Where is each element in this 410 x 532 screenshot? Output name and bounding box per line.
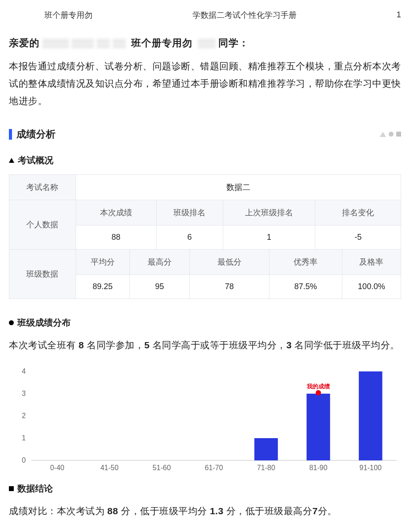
bar-chart-svg: 012340-4041-5051-6061-7071-8081-9091-100… — [9, 367, 401, 474]
svg-text:61-70: 61-70 — [205, 464, 223, 472]
circle-icon — [389, 132, 394, 137]
dot-bullet-icon — [9, 320, 14, 325]
dist-bold: 5 — [144, 340, 149, 350]
svg-text:51-60: 51-60 — [153, 464, 171, 472]
square-bullet-icon — [9, 486, 14, 491]
redacted-block — [96, 38, 110, 48]
redacted-block — [198, 38, 216, 48]
personal-label: 个人数据 — [9, 200, 76, 249]
conc-bold: 88 — [107, 506, 118, 516]
greeting-line: 亲爱的 班个册专用勿 同学： — [0, 28, 410, 58]
svg-text:我的成绩: 我的成绩 — [306, 383, 330, 390]
personal-value: 6 — [156, 225, 223, 249]
section-header-row: 成绩分析 — [0, 128, 410, 154]
svg-text:4: 4 — [22, 367, 26, 375]
personal-header: 本次成绩 — [76, 200, 156, 225]
distribution-title-text: 班级成绩分布 — [17, 317, 71, 329]
class-value: 89.25 — [76, 274, 129, 298]
greeting-suffix: 同学： — [218, 36, 249, 50]
svg-text:81-90: 81-90 — [309, 464, 327, 472]
conc-bold: 7 — [312, 506, 318, 516]
dist-text: 本次考试全班有 — [9, 340, 79, 350]
conc-bold: 1.3 — [210, 506, 224, 516]
class-value: 87.5% — [269, 274, 342, 298]
header-left: 班个册专用勿 — [9, 10, 92, 20]
greeting-prefix: 亲爱的 — [9, 36, 40, 50]
overview-title-text: 考试概况 — [18, 154, 53, 166]
svg-text:0: 0 — [22, 456, 26, 464]
svg-text:71-80: 71-80 — [257, 464, 275, 472]
svg-text:1: 1 — [22, 434, 26, 442]
class-value: 95 — [129, 274, 189, 298]
distribution-chart: 012340-4041-5051-6061-7071-8081-9091-100… — [0, 363, 410, 483]
redacted-block — [42, 38, 69, 48]
conc-text: 分，低于班级最高分 — [224, 506, 313, 516]
greeting-mid: 班个册专用勿 — [131, 36, 193, 50]
redacted-block — [113, 38, 126, 48]
personal-header: 班级排名 — [156, 200, 223, 225]
conclusion-paragraph: 成绩对比：本次考试为 88 分，低于班级平均分 1.3 分，低于班级最高分7分。 — [0, 503, 410, 529]
dist-text: 名同学参加， — [84, 340, 144, 350]
section-title: 成绩分析 — [9, 128, 56, 141]
overview-title: 考试概况 — [0, 154, 410, 174]
exam-name-label: 考试名称 — [9, 174, 76, 200]
distribution-title: 班级成绩分布 — [0, 317, 410, 337]
svg-text:2: 2 — [22, 412, 26, 419]
triangle-icon — [380, 132, 386, 137]
overview-table: 考试名称 数据二 个人数据 本次成绩 班级排名 上次班级排名 排名变化 88 6… — [9, 174, 401, 299]
conclusion-title-text: 数据结论 — [17, 483, 53, 495]
section-title-text: 成绩分析 — [16, 128, 56, 141]
page-number: 1 — [396, 10, 401, 20]
triangle-bullet-icon — [9, 158, 14, 163]
personal-value: -5 — [315, 225, 401, 249]
table-row: 班级数据 平均分 最高分 最低分 优秀率 及格率 — [9, 249, 401, 274]
svg-text:3: 3 — [22, 390, 26, 397]
dist-text: 名同学低于班级平均分。 — [292, 340, 400, 350]
conc-text: 分。 — [318, 506, 337, 516]
svg-text:41-50: 41-50 — [100, 464, 119, 472]
square-icon — [396, 132, 401, 137]
conclusion-title: 数据结论 — [0, 483, 410, 503]
personal-header: 排名变化 — [315, 200, 401, 225]
class-value: 78 — [189, 274, 269, 298]
redacted-block — [72, 38, 94, 48]
svg-text:91-100: 91-100 — [359, 464, 382, 472]
table-row: 考试名称 数据二 — [9, 174, 401, 200]
class-value: 100.0% — [342, 274, 401, 298]
svg-rect-10 — [254, 438, 278, 460]
personal-header: 上次班级排名 — [223, 200, 315, 225]
exam-name-value: 数据二 — [76, 174, 401, 200]
class-header: 最低分 — [189, 249, 269, 274]
section-decor — [380, 132, 401, 137]
distribution-paragraph: 本次考试全班有 8 名同学参加，5 名同学高于或等于班级平均分，3 名同学低于班… — [0, 337, 410, 363]
class-header: 优秀率 — [269, 249, 342, 274]
class-header: 及格率 — [342, 249, 401, 274]
conc-text: 成绩对比：本次考试为 — [9, 506, 107, 516]
dist-text: 名同学高于或等于班级平均分， — [150, 340, 286, 350]
class-header: 平均分 — [76, 249, 129, 274]
dist-bold: 3 — [286, 340, 292, 350]
class-header: 最高分 — [129, 249, 189, 274]
personal-value: 1 — [223, 225, 315, 249]
header-center: 学数据二考试个性化学习手册 — [193, 10, 297, 20]
svg-text:0-40: 0-40 — [50, 464, 64, 472]
section-accent-bar — [9, 129, 12, 140]
svg-point-17 — [316, 390, 321, 395]
intro-paragraph: 本报告通过成绩分析、试卷分析、问题诊断、错题回顾、精准推荐五个模块，重点分析本次… — [0, 58, 410, 128]
dist-bold: 8 — [79, 340, 84, 350]
table-row: 个人数据 本次成绩 班级排名 上次班级排名 排名变化 — [9, 200, 401, 225]
page-header: 班个册专用勿 学数据二考试个性化学习手册 1 — [0, 0, 410, 28]
conc-text: 分，低于班级平均分 — [118, 506, 210, 516]
personal-value: 88 — [76, 225, 156, 249]
svg-rect-14 — [359, 371, 382, 460]
svg-rect-12 — [306, 394, 330, 460]
class-label: 班级数据 — [9, 249, 76, 298]
